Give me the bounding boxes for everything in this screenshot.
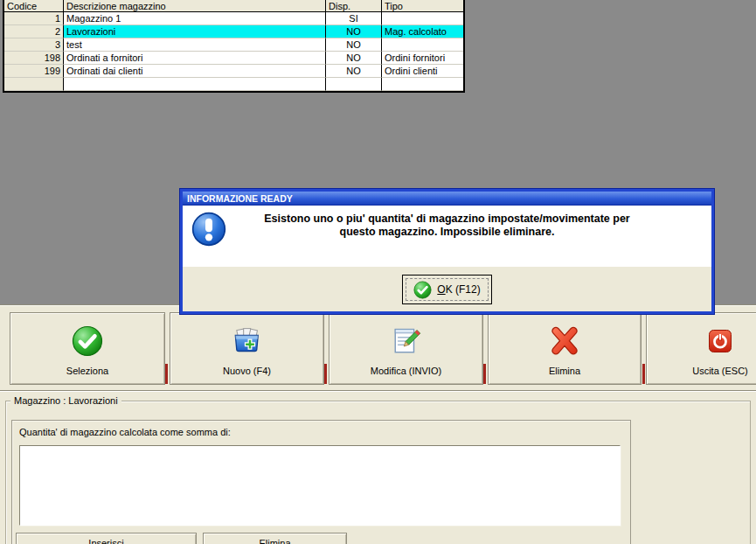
cell-codice[interactable]: 198: [4, 52, 64, 65]
cell-tipo[interactable]: Ordini fornitori: [382, 52, 463, 65]
dialog-message: Esistono uno o piu' quantita' di magazzi…: [183, 206, 711, 239]
nuovo-button[interactable]: Nuovo (F4): [170, 312, 324, 385]
ok-label-rest: K (F12): [446, 283, 481, 296]
table-header-row: Codice Descrizione magazzino Disp. Tipo: [4, 0, 463, 12]
seleziona-label: Seleziona: [66, 366, 108, 384]
red-x-icon: [545, 313, 584, 366]
cell-codice[interactable]: 199: [4, 65, 64, 78]
table-row[interactable]: 198 Ordinati a fornitori NO Ordini forni…: [4, 52, 463, 65]
table-row[interactable]: 3 test NO: [4, 38, 463, 52]
cell-codice[interactable]: 2: [4, 25, 64, 38]
cell-tipo[interactable]: [382, 78, 463, 91]
dialog-button-area: OK (F12): [183, 267, 711, 310]
table-row[interactable]: 1 Magazzino 1 SI: [4, 12, 463, 25]
cell-disp[interactable]: SI: [326, 12, 382, 25]
toolbar-red-separator: [324, 364, 327, 384]
col-header-tipo: Tipo: [382, 0, 463, 12]
dialog-message-line1: Esistono uno o piu' quantita' di magazzi…: [183, 213, 711, 226]
cell-descrizione[interactable]: test: [64, 38, 326, 52]
magazzini-table: Codice Descrizione magazzino Disp. Tipo …: [3, 0, 465, 93]
cell-tipo[interactable]: Ordini clienti: [382, 65, 463, 78]
cell-codice[interactable]: 3: [4, 38, 64, 52]
table-row[interactable]: 199 Ordinati dai clienti NO Ordini clien…: [4, 65, 463, 78]
dialog-titlebar[interactable]: INFORMAZIONE READY: [183, 192, 711, 206]
dialog-message-line2: questo magazzino. Impossibile eliminare.: [183, 226, 711, 239]
cell-descrizione[interactable]: Ordinati a fornitori: [64, 52, 326, 65]
cell-disp[interactable]: NO: [326, 38, 382, 52]
green-check-circle-icon: [72, 313, 103, 366]
cell-descrizione[interactable]: [64, 78, 326, 91]
inserisci-button[interactable]: Inserisci: [16, 533, 197, 544]
cell-tipo[interactable]: [382, 12, 463, 25]
cell-disp[interactable]: NO: [326, 25, 382, 38]
toolbar-red-separator: [642, 364, 645, 384]
col-header-disp: Disp.: [326, 0, 382, 12]
informazione-dialog: INFORMAZIONE READY Esistono uno o piu' q…: [180, 189, 714, 314]
elimina-button[interactable]: Elimina: [488, 312, 642, 385]
cell-descrizione[interactable]: Magazzino 1: [64, 12, 326, 25]
modifica-button[interactable]: Modifica (INVIO): [329, 312, 483, 385]
info-exclamation-icon: [191, 212, 226, 247]
cell-disp[interactable]: NO: [326, 52, 382, 65]
cell-descrizione[interactable]: Ordinati dai clienti: [64, 65, 326, 78]
col-header-descrizione: Descrizione magazzino: [64, 0, 326, 12]
dialog-message-area: Esistono uno o piu' quantita' di magazzi…: [183, 206, 711, 267]
green-check-circle-icon: [413, 281, 432, 299]
cell-codice[interactable]: [4, 78, 64, 91]
power-exit-icon: [707, 313, 733, 366]
app-window: Codice Descrizione magazzino Disp. Tipo …: [0, 0, 756, 544]
table-row-selected[interactable]: 2 Lavorazioni NO Mag. calcolato: [4, 25, 463, 38]
quantita-label: Quantita' di magazzino calcolata come so…: [19, 427, 231, 437]
toolbar-red-separator: [483, 364, 486, 384]
cell-tipo[interactable]: [382, 38, 463, 52]
cell-codice[interactable]: 1: [4, 12, 64, 25]
ok-button-label: OK (F12): [437, 283, 480, 296]
seleziona-button[interactable]: Seleziona: [10, 312, 165, 385]
elimina-somma-button[interactable]: Elimina: [203, 533, 347, 544]
nuovo-label: Nuovo (F4): [223, 366, 271, 384]
bottom-toolbar: Seleziona: [0, 304, 756, 391]
table-row-empty[interactable]: [4, 78, 463, 91]
new-box-plus-icon: [231, 313, 264, 366]
magazzino-groupbox-label: Magazzino : Lavorazioni: [10, 395, 121, 406]
cell-disp[interactable]: NO: [326, 65, 382, 78]
toolbar-red-separator: [165, 364, 168, 384]
edit-document-pencil-icon: [392, 313, 421, 366]
cell-tipo[interactable]: Mag. calcolato: [382, 25, 463, 38]
modifica-label: Modifica (INVIO): [371, 366, 441, 384]
somma-listbox[interactable]: [19, 445, 621, 526]
ok-accelerator: O: [437, 283, 445, 296]
col-header-codice: Codice: [4, 0, 64, 12]
elimina-label: Elimina: [549, 366, 580, 384]
uscita-button[interactable]: Uscita (ESC): [646, 312, 756, 385]
cell-disp[interactable]: [326, 78, 382, 91]
uscita-label: Uscita (ESC): [692, 366, 748, 384]
cell-descrizione[interactable]: Lavorazioni: [64, 25, 326, 38]
ok-button[interactable]: OK (F12): [402, 275, 492, 304]
